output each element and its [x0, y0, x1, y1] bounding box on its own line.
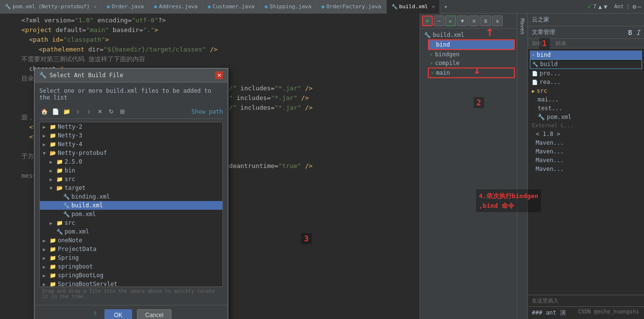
ft-pom-xml-target[interactable]: ▶ 🔧 pom.xml — [40, 210, 222, 218]
src2-arrow: ▶ — [50, 220, 56, 226]
netty4-arrow: ▶ — [43, 142, 50, 147]
projectdata-arrow: ▶ — [43, 247, 50, 252]
src-arrow: ▶ — [50, 177, 56, 182]
dialog-extra-button[interactable]: ⊞ — [118, 107, 127, 117]
src-folder-icon: 📁 — [56, 176, 63, 183]
onenote-arrow: ▶ — [43, 238, 50, 243]
dialog-folder-button[interactable]: 📁 — [62, 107, 71, 117]
springbootservlet-folder-icon: 📁 — [50, 281, 56, 287]
dialog-ant-icon: 🔧 — [39, 72, 47, 79]
spring-folder-icon: 📁 — [50, 255, 56, 261]
projectdata-folder-icon: 📁 — [50, 246, 56, 252]
src2-folder-icon: 📁 — [56, 220, 63, 226]
dialog-title: 🔧 Select Ant Build File — [39, 72, 123, 79]
select-ant-dialog: 🔧 Select Ant Build File ✕ Select one or … — [34, 68, 228, 319]
dialog-footer: ? OK Cancel — [34, 305, 228, 319]
springboot-folder-icon: 📁 — [50, 264, 56, 270]
dialog-overlay: 🔧 Select Ant Build File ✕ Select one or … — [0, 0, 644, 319]
ft-onenote[interactable]: ▶ 📁 oneNote — [40, 236, 222, 245]
spring-arrow: ▶ — [43, 255, 50, 261]
dialog-subtitle: Select one or more build.xml files to be… — [39, 87, 223, 101]
ft-netty4[interactable]: ▶ 📁 Netty-4 — [40, 140, 222, 149]
ft-pom-xml2[interactable]: ▶ 🔧 pom.xml — [40, 227, 222, 236]
ft-springboot[interactable]: ▶ 📁 springboot — [40, 262, 222, 271]
ft-target[interactable]: ▼ 📂 target — [40, 184, 222, 192]
target-folder-icon: 📂 — [56, 185, 63, 191]
springboot-arrow: ▶ — [43, 264, 50, 269]
onenote-folder-icon: 📁 — [50, 237, 56, 244]
netty3-arrow: ▶ — [43, 133, 50, 138]
ft-2.5.0[interactable]: ▶ 📁 2.5.0 — [40, 157, 222, 166]
ft-build-xml[interactable]: ▶ 🔧 build.xml — [40, 201, 222, 210]
dialog-collapse-button[interactable]: ↕ — [84, 107, 94, 117]
250-folder-icon: 📁 — [56, 159, 63, 165]
build-xml-file-icon: 🔧 — [63, 202, 70, 209]
ft-src[interactable]: ▶ 📁 src — [40, 175, 222, 184]
dialog-cancel-button[interactable]: Cancel — [137, 309, 171, 319]
dialog-remove-button[interactable]: ✕ — [95, 107, 105, 117]
netty3-folder-icon: 📁 — [50, 133, 56, 139]
netty2-arrow: ▶ — [43, 124, 50, 130]
binding-xml-icon: 🔧 — [63, 194, 70, 200]
dialog-body: Select one or more build.xml files to be… — [34, 83, 228, 305]
dialog-expand-button[interactable]: ↕ — [73, 107, 83, 117]
dialog-help-button[interactable]: ? — [91, 309, 100, 318]
dialog-close-button[interactable]: ✕ — [215, 71, 223, 79]
ft-src2[interactable]: ▶ 📁 src — [40, 218, 222, 227]
250-arrow: ▶ — [50, 159, 56, 165]
file-tree[interactable]: ▶ 📁 Netty-2 ▶ 📁 Netty-3 ▶ — [39, 122, 223, 287]
dialog-toolbar: 🏠 📄 📁 ↕ ↕ ✕ ↻ ⊞ Show path — [39, 105, 223, 119]
springbootlog-folder-icon: 📁 — [50, 272, 56, 279]
netty4-folder-icon: 📁 — [50, 141, 56, 148]
bin-folder-icon: 📁 — [56, 168, 63, 174]
ft-bin[interactable]: ▶ 📁 bin — [40, 166, 222, 175]
file-tree-hint: Drag and drop a file into the space abov… — [39, 287, 223, 300]
ft-springbootservlet[interactable]: ▶ 📁 SpringBootServlet — [40, 280, 222, 287]
netty2-folder-icon: 📁 — [50, 124, 56, 130]
show-path-button[interactable]: Show path — [191, 108, 223, 115]
ft-projectdata[interactable]: ▶ 📁 ProjectData — [40, 245, 222, 253]
target-arrow: ▼ — [50, 185, 56, 191]
springbootlog-arrow: ▶ — [43, 273, 50, 278]
dialog-ok-button[interactable]: OK — [104, 309, 132, 319]
ft-springbootlog[interactable]: ▶ 📁 springBootLog — [40, 271, 222, 280]
ft-spring[interactable]: ▶ 📁 Spring — [40, 253, 222, 262]
pom-xml2-icon: 🔧 — [56, 229, 63, 235]
bin-arrow: ▶ — [50, 168, 56, 173]
dialog-home-button[interactable]: 🏠 — [39, 107, 49, 117]
netty-protobuf-arrow: ▼ — [43, 151, 50, 156]
ft-netty2[interactable]: ▶ 📁 Netty-2 — [40, 122, 222, 131]
dialog-title-bar: 🔧 Select Ant Build File ✕ — [34, 68, 228, 83]
ft-netty-protobuf[interactable]: ▼ 📂 Netty-protobuf — [40, 149, 222, 157]
dialog-refresh-button[interactable]: ↻ — [106, 107, 116, 117]
ft-netty3[interactable]: ▶ 📁 Netty-3 — [40, 131, 222, 140]
pom-xml-target-icon: 🔧 — [63, 211, 70, 218]
springbootservlet-arrow: ▶ — [43, 282, 50, 287]
ft-binding-xml[interactable]: ▶ 🔧 binding.xml — [40, 192, 222, 201]
netty-protobuf-icon: 📂 — [50, 150, 56, 156]
dialog-file-button[interactable]: 📄 — [51, 107, 60, 117]
